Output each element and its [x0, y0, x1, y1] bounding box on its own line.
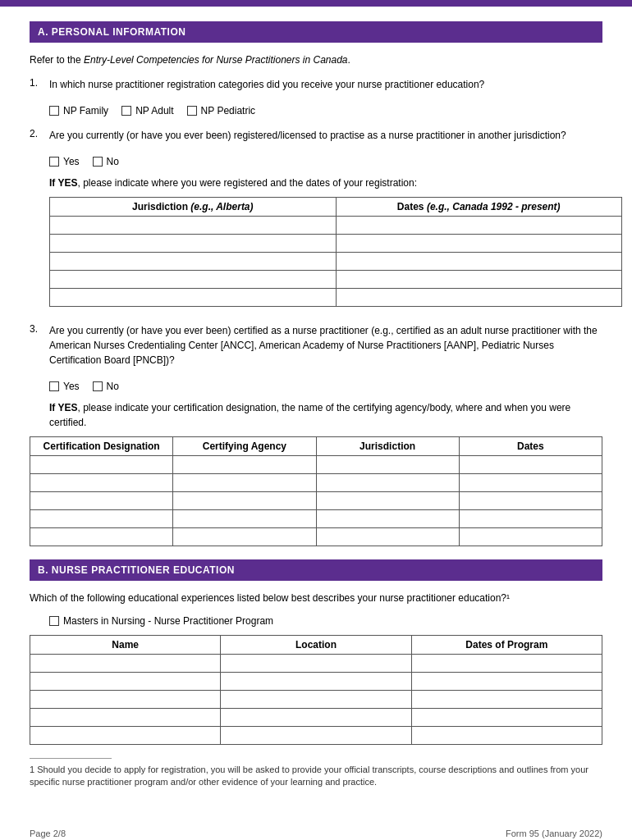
q2-checkbox-row: Yes No [49, 156, 602, 167]
footnote-text: 1 Should you decide to apply for registr… [30, 764, 602, 789]
table1-col2-header: Dates (e.g., Canada 1992 - present) [336, 198, 622, 217]
table1-col1-header: Jurisdiction (e.g., Alberta) [50, 198, 337, 217]
q3-checkbox-no[interactable]: No [93, 381, 119, 392]
q2-label-no: No [107, 156, 119, 167]
if-yes-suffix-2: , please indicate your certification des… [49, 402, 570, 428]
q1-checkbox-np-family[interactable]: NP Family [49, 105, 108, 116]
page-number: Page 2/8 [30, 829, 66, 838]
jurisdiction-dates-table: Jurisdiction (e.g., Alberta) Dates (e.g.… [49, 197, 622, 307]
if-yes-text-2: If YES, please indicate your certificati… [49, 400, 602, 430]
intro-text-prefix: Refer to the [30, 54, 84, 66]
education-table: Name Location Dates of Program [30, 635, 602, 745]
question-3-block: 3. Are you currently (or have you ever b… [30, 323, 602, 546]
top-bar [0, 0, 632, 7]
table-row [30, 492, 602, 510]
if-yes-text-1: If YES, please indicate where you were r… [49, 176, 602, 190]
masters-nursing-label: Masters in Nursing - Nurse Practitioner … [63, 615, 273, 627]
footnote-divider [30, 758, 112, 759]
q2-label-yes: Yes [63, 156, 80, 167]
table-row [50, 289, 622, 307]
masters-nursing-checkbox[interactable]: Masters in Nursing - Nurse Practitioner … [49, 615, 273, 627]
form-number: Form 95 (January 2022) [506, 829, 602, 838]
certification-table: Certification Designation Certifying Age… [30, 436, 602, 546]
table-row [30, 673, 602, 691]
table-row [50, 235, 622, 253]
table-row [30, 474, 602, 492]
if-yes-bold-2: If YES [49, 402, 77, 413]
table-row [50, 253, 622, 271]
q1-label-np-family: NP Family [63, 105, 108, 116]
section-b-question: Which of the following educational exper… [30, 591, 602, 605]
section-a-header: A. PERSONAL INFORMATION [30, 21, 602, 43]
intro-text-suffix: . [348, 54, 350, 66]
table3-col3-header: Dates of Program [411, 636, 602, 655]
intro-text-italic: Entry-Level Competencies for Nurse Pract… [84, 54, 347, 66]
question-2-num: 2. [30, 128, 49, 139]
q3-checkbox-no-box[interactable] [93, 381, 103, 391]
table2-col3-header: Jurisdiction [316, 437, 459, 456]
question-2-row: 2. Are you currently (or have you ever b… [30, 128, 602, 149]
q2-checkbox-yes-box[interactable] [49, 157, 59, 167]
q3-label-yes: Yes [63, 381, 80, 392]
table-row [50, 271, 622, 289]
intro-paragraph: Refer to the Entry-Level Competencies fo… [30, 52, 602, 67]
q2-checkbox-no-box[interactable] [93, 157, 103, 167]
q3-checkbox-yes-box[interactable] [49, 381, 59, 391]
table2-col4-header: Dates [459, 437, 602, 456]
table-row [30, 510, 602, 528]
question-1-block: 1. In which nurse practitioner registrat… [30, 77, 602, 116]
table3-col2-header: Location [221, 636, 411, 655]
q1-checkbox-np-adult[interactable]: NP Adult [121, 105, 173, 116]
table-row [30, 456, 602, 474]
q3-checkbox-row: Yes No [49, 381, 602, 392]
q1-checkbox-np-pediatric-box[interactable] [187, 106, 197, 116]
table-row [30, 691, 602, 709]
q2-checkbox-no[interactable]: No [93, 156, 119, 167]
masters-nursing-checkbox-box[interactable] [49, 616, 59, 626]
question-3-text: Are you currently (or have you ever been… [49, 323, 602, 368]
section-b-checkbox-row: Masters in Nursing - Nurse Practitioner … [49, 615, 602, 627]
question-3-row: 3. Are you currently (or have you ever b… [30, 323, 602, 374]
question-3-num: 3. [30, 323, 49, 335]
question-2-text: Are you currently (or have you ever been… [49, 128, 566, 143]
q3-label-no: No [107, 381, 119, 392]
q1-label-np-adult: NP Adult [135, 105, 173, 116]
q1-checkbox-row: NP Family NP Adult NP Pediatric [49, 105, 602, 116]
table-row [50, 217, 622, 235]
table2-col2-header: Certifying Agency [173, 437, 316, 456]
section-b-header: B. NURSE PRACTITIONER EDUCATION [30, 559, 602, 581]
q1-checkbox-np-pediatric[interactable]: NP Pediatric [187, 105, 255, 116]
table3-col1-header: Name [30, 636, 221, 655]
table2-col1-header: Certification Designation [30, 437, 173, 456]
if-yes-bold-1: If YES [49, 177, 77, 189]
question-1-row: 1. In which nurse practitioner registrat… [30, 77, 602, 98]
table-row [30, 528, 602, 546]
question-1-text: In which nurse practitioner registration… [49, 77, 484, 92]
if-yes-suffix-1: , please indicate where you were registe… [77, 177, 417, 189]
question-2-block: 2. Are you currently (or have you ever b… [30, 128, 602, 307]
table-row [30, 655, 602, 673]
question-1-num: 1. [30, 77, 49, 89]
table1-col2-example: (e.g., Canada 1992 - present) [427, 201, 561, 212]
q3-checkbox-yes[interactable]: Yes [49, 381, 80, 392]
q1-checkbox-np-adult-box[interactable] [121, 106, 131, 116]
q1-label-np-pediatric: NP Pediatric [201, 105, 255, 116]
q2-checkbox-yes[interactable]: Yes [49, 156, 80, 167]
q1-checkbox-np-family-box[interactable] [49, 106, 59, 116]
table-row [30, 709, 602, 727]
table1-col1-example: (e.g., Alberta) [190, 201, 253, 212]
page-footer: Page 2/8 Form 95 (January 2022) [30, 829, 602, 838]
table-row [30, 727, 602, 745]
